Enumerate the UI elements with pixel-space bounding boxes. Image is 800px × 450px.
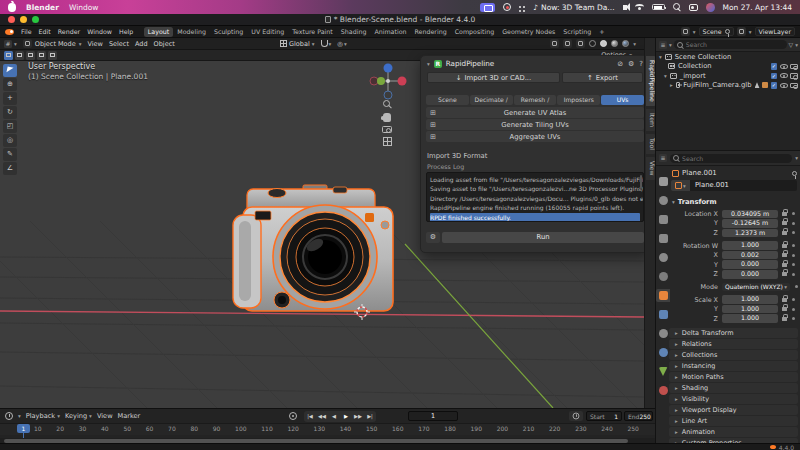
viewport-menu-object[interactable]: Object	[154, 40, 175, 48]
modifiers-tab-icon[interactable]	[659, 310, 668, 319]
volume-icon[interactable]	[623, 5, 627, 10]
camera-view-icon[interactable]	[382, 126, 392, 133]
cursor-tool[interactable]: ⊕	[3, 78, 17, 91]
section-delta-transform[interactable]: ▸Delta Transform	[669, 328, 798, 338]
generate-uv-atlas-button[interactable]: ⊞Generate UV Atlas	[426, 107, 644, 118]
properties-search[interactable]	[670, 154, 792, 163]
user-avatar[interactable]	[706, 3, 715, 12]
scene-icon[interactable]	[681, 27, 690, 36]
show-overlays-icon[interactable]	[563, 39, 572, 48]
section-shading[interactable]: ▸Shading	[669, 383, 798, 393]
scale-tool[interactable]: ◰	[3, 120, 17, 133]
jump-to-start-button[interactable]: |◀	[304, 413, 316, 419]
viewport-menu-view[interactable]: View	[87, 40, 102, 48]
chevron-right-icon[interactable]: ▸	[670, 82, 673, 88]
chevron-down-icon[interactable]: ▾	[664, 73, 667, 79]
workspace-tab-shading[interactable]: Shading	[337, 27, 370, 37]
timeline-ruler[interactable]: 1020304050607080901001101201301401501601…	[0, 423, 655, 435]
playhead[interactable]: 1	[17, 424, 30, 433]
particles-tab-icon[interactable]	[659, 329, 668, 338]
grid-icon[interactable]	[519, 6, 521, 8]
play-button[interactable]: ▶	[340, 413, 352, 419]
outliner-row-collection[interactable]: Collection ✓	[656, 62, 800, 72]
outliner-search[interactable]	[674, 40, 787, 49]
chevron-down-icon[interactable]: ▾	[693, 29, 696, 35]
process-log[interactable]: Loading asset from file "/Users/teresago…	[426, 172, 644, 222]
filter-icon[interactable]: ▽	[789, 41, 794, 48]
scale-z-field[interactable]: 1.000	[722, 314, 778, 323]
outliner-search-input[interactable]	[674, 40, 787, 49]
transform-panel-header[interactable]: ▾ Transform	[656, 193, 800, 209]
jump-to-end-button[interactable]: ▶|	[364, 413, 376, 419]
section-visibility[interactable]: ▸Visibility	[669, 394, 798, 404]
scale-x-field[interactable]: 1.000	[722, 295, 778, 304]
transform-orientation-selector[interactable]: Global▾	[280, 40, 315, 48]
rotation-z-field[interactable]: 0.000	[722, 270, 778, 279]
location-y-field[interactable]: -0.12645 m	[722, 219, 778, 228]
outliner-row-scene-collection[interactable]: ▾ Scene Collection	[656, 52, 800, 62]
eye-icon[interactable]	[780, 73, 788, 78]
lock-icon[interactable]	[782, 244, 787, 248]
animate-dot[interactable]	[792, 317, 795, 320]
aggregate-uvs-button[interactable]: ⊞Aggregate UVs	[426, 131, 644, 142]
play-reverse-button[interactable]: ◀	[328, 413, 340, 419]
section-line-art[interactable]: ▸Line Art	[669, 416, 798, 426]
log-scrollbar[interactable]	[640, 175, 643, 189]
3d-viewport[interactable]: #▾ Object Mode▾ View Select Add Object G…	[0, 38, 644, 408]
tab-scene-cleanup[interactable]: Scene Cleanup	[426, 95, 469, 105]
navigation-gizmo[interactable]	[366, 63, 410, 105]
animate-dot[interactable]	[795, 285, 798, 288]
workspace-tab-texture-paint[interactable]: Texture Paint	[289, 27, 337, 37]
menu-window[interactable]: Window	[87, 28, 112, 35]
run-settings-button[interactable]: ⚙	[426, 232, 440, 243]
rotate-tool[interactable]: ↻	[3, 106, 17, 119]
rotation-w-field[interactable]: 1.000	[722, 241, 778, 250]
output-tab-icon[interactable]	[659, 215, 668, 224]
gear-icon[interactable]: ⚙	[628, 60, 634, 68]
object-name-field[interactable]: Plane.001	[690, 180, 797, 191]
object-tab-icon[interactable]	[659, 291, 668, 300]
close-window-button[interactable]	[8, 16, 15, 23]
outliner-row-import[interactable]: ▾ _import ✓	[656, 71, 800, 81]
help-icon[interactable]: ?	[639, 60, 643, 68]
pin-icon[interactable]	[725, 29, 730, 34]
record-icon[interactable]	[503, 3, 511, 11]
workspace-tab-compositing[interactable]: Compositing	[451, 27, 497, 37]
tab-uvs[interactable]: UVs	[601, 95, 644, 105]
menu-render[interactable]: Render	[58, 28, 80, 35]
object-data-tab-icon[interactable]	[659, 367, 668, 376]
world-tab-icon[interactable]	[659, 272, 668, 281]
frame-end-field[interactable]: End250	[624, 411, 653, 421]
select-mode-subtract-icon[interactable]	[26, 51, 35, 60]
timeline-menu-marker[interactable]: Marker	[118, 412, 141, 420]
wifi-icon[interactable]	[635, 4, 644, 10]
chevron-down-icon[interactable]: ▾	[18, 413, 21, 419]
checkbox-icon[interactable]: ✓	[771, 73, 778, 80]
control-center-icon[interactable]	[689, 4, 698, 11]
tab-decimate-bake[interactable]: Decimate / Bake	[470, 95, 513, 105]
now-playing-widget[interactable]: ♪ Now: 3D Team Da...	[533, 3, 614, 12]
toggle-xray-icon[interactable]	[576, 39, 585, 48]
proportional-editing-toggle[interactable]: ◎▾	[337, 40, 346, 48]
unlink-icon[interactable]: ⊘	[617, 60, 623, 68]
workspace-tab-rendering[interactable]: Rendering	[411, 27, 450, 37]
animate-dot[interactable]	[792, 298, 795, 301]
chevron-down-icon[interactable]: ▾	[633, 41, 636, 47]
menubar-clock[interactable]: Mon 27. Apr 13:44	[723, 3, 792, 12]
location-x-field[interactable]: 0.034095 m	[722, 210, 778, 219]
frame-start-field[interactable]: Start1	[586, 411, 622, 421]
render-visibility-icon[interactable]	[790, 83, 798, 89]
current-frame-field[interactable]: 1	[408, 411, 458, 421]
menubar-app-name[interactable]: Blender	[26, 3, 59, 12]
lock-icon[interactable]	[782, 307, 787, 311]
add-workspace-button[interactable]: +	[596, 27, 608, 37]
timeline-menu-playback[interactable]: Playback▾	[26, 412, 60, 420]
use-preview-range-button[interactable]	[569, 411, 583, 421]
lock-icon[interactable]	[782, 253, 787, 257]
animate-dot[interactable]	[792, 308, 795, 311]
object-type-dropdown[interactable]: ▾	[671, 180, 690, 191]
timeline-menu-view[interactable]: View	[97, 412, 113, 420]
import-3d-button[interactable]: ↓Import 3D or CAD...	[427, 72, 560, 83]
workspace-tab-sculpting[interactable]: Sculpting	[210, 27, 246, 37]
lock-icon[interactable]	[782, 317, 787, 321]
